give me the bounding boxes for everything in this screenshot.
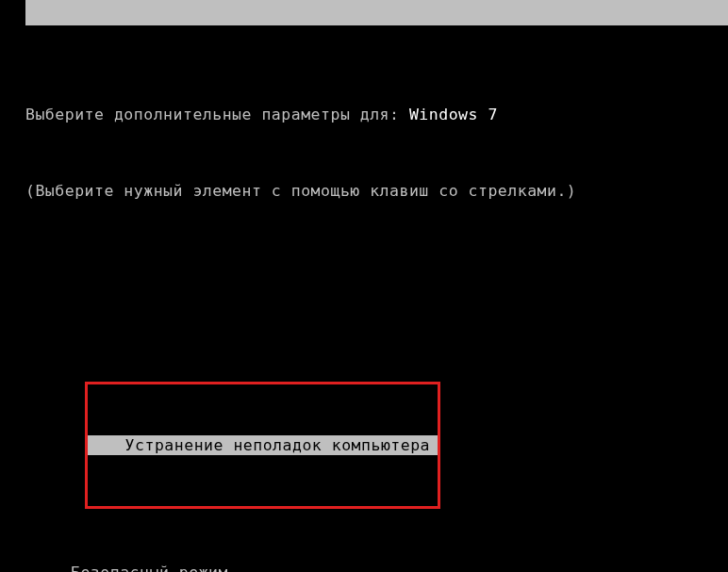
menu-item-safe-mode[interactable]: Безопасный режим xyxy=(25,560,728,572)
hint-line: (Выберите нужный элемент с помощью клави… xyxy=(25,178,728,204)
prompt-line: Выберите дополнительные параметры для: W… xyxy=(25,102,728,127)
page-title: Дополнительные варианты загрузки xyxy=(229,29,544,47)
selection-highlight: Устранение неполадок компьютера xyxy=(85,382,440,509)
title-bar: Дополнительные варианты загрузки xyxy=(25,0,728,25)
os-name: Windows 7 xyxy=(409,106,498,123)
menu-item-repair[interactable]: Устранение неполадок компьютера xyxy=(88,435,438,455)
menu-item-selected-wrap[interactable]: Устранение неполадок компьютера xyxy=(25,356,728,382)
boot-menu[interactable]: Устранение неполадок компьютера Безопасн… xyxy=(25,305,728,572)
content-area: Выберите дополнительные параметры для: W… xyxy=(25,51,728,572)
prompt-prefix: Выберите дополнительные параметры для: xyxy=(25,106,409,123)
